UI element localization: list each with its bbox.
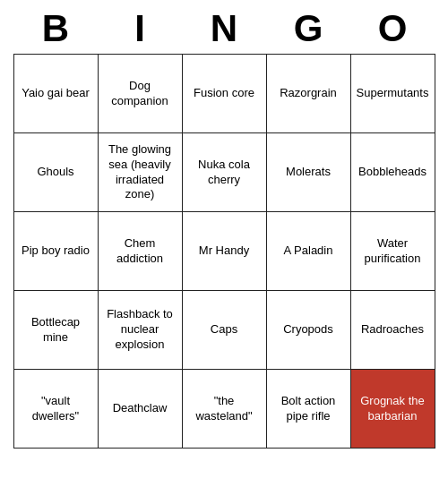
bingo-cell: A Paladin [266, 212, 350, 291]
bingo-cell: Nuka cola cherry [182, 133, 266, 212]
bingo-cell: Pip boy radio [13, 212, 98, 291]
bingo-letter: O [354, 7, 431, 50]
bingo-cell: Bottlecap mine [13, 291, 98, 370]
bingo-cell: Caps [182, 291, 266, 370]
bingo-cell: Bobbleheads [350, 133, 435, 212]
bingo-header: BINGO [13, 0, 435, 54]
bingo-cell: "the wasteland" [182, 370, 266, 449]
bingo-letter: N [185, 7, 263, 50]
bingo-cell: Yaio gai bear [13, 55, 98, 133]
bingo-cell: Chem addiction [98, 212, 182, 291]
bingo-cell: Flashback to nuclear explosion [98, 291, 182, 370]
bingo-cell: Dog companion [98, 55, 182, 133]
bingo-cell: Grognak the barbarian [350, 370, 435, 449]
bingo-cell: Radroaches [350, 291, 435, 370]
bingo-cell: Molerats [266, 133, 350, 212]
bingo-cell: Fusion core [182, 55, 266, 133]
bingo-cell: Water purification [350, 212, 435, 291]
bingo-cell: Supermutants [350, 55, 435, 133]
bingo-cell: Cryopods [266, 291, 350, 370]
bingo-letter: B [17, 7, 94, 50]
bingo-cell: Mr Handy [182, 212, 266, 291]
bingo-grid: Yaio gai bearDog companionFusion coreRaz… [13, 54, 435, 449]
bingo-cell: "vault dwellers" [13, 370, 98, 449]
bingo-cell: The glowing sea (heavily irradiated zone… [98, 133, 182, 212]
bingo-cell: Razorgrain [266, 55, 350, 133]
bingo-letter: G [270, 7, 347, 50]
bingo-cell: Ghouls [13, 133, 98, 212]
bingo-cell: Deathclaw [98, 370, 182, 449]
bingo-letter: I [101, 7, 178, 50]
bingo-cell: Bolt action pipe rifle [266, 370, 350, 449]
